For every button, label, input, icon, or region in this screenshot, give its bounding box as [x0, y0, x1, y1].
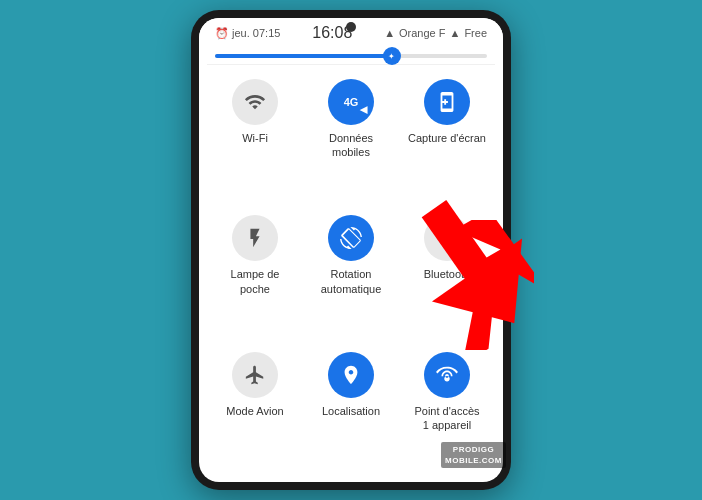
screenshot-icon-circle — [424, 79, 470, 125]
carrier-info: ▲ Orange F ▲ Free — [384, 27, 487, 39]
brightness-fill — [215, 54, 392, 58]
flashlight-label: Lampe depoche — [231, 267, 280, 296]
hotspot-icon-circle — [424, 352, 470, 398]
watermark-line1: PRODIGG — [445, 444, 502, 455]
mobile-data-icon-circle: 4G ◂ — [328, 79, 374, 125]
signal-icon-2: ▲ — [449, 27, 460, 39]
watermark-line2: MOBILE.COM — [445, 455, 502, 466]
qs-mobile-data[interactable]: 4G ◂ Donnéesmobiles — [303, 69, 399, 205]
watermark: PRODIGG MOBILE.COM — [441, 442, 506, 468]
location-icon-circle — [328, 352, 374, 398]
qs-rotation[interactable]: Rotationautomatique — [303, 205, 399, 341]
location-label: Localisation — [322, 404, 380, 418]
mobile-data-label: Donnéesmobiles — [329, 131, 373, 160]
time-display: 16:08 — [280, 24, 384, 42]
alarm-time: jeu. 07:15 — [232, 27, 280, 39]
carrier2: Free — [464, 27, 487, 39]
quick-settings-grid: Wi-Fi 4G ◂ Donnéesmobiles — [199, 65, 503, 482]
brightness-thumb[interactable] — [383, 47, 401, 65]
bluetooth-label: Bluetooth — [424, 267, 470, 281]
qs-bluetooth[interactable]: Bluetooth — [399, 205, 495, 341]
screenshot-label: Capture d'écran — [408, 131, 486, 145]
brightness-track[interactable] — [215, 54, 487, 58]
qs-wifi[interactable]: Wi-Fi — [207, 69, 303, 205]
hotspot-label: Point d'accès1 appareil — [414, 404, 479, 433]
qs-location[interactable]: Localisation — [303, 342, 399, 478]
carrier1: Orange F — [399, 27, 445, 39]
qs-flashlight[interactable]: Lampe depoche — [207, 205, 303, 341]
wifi-label: Wi-Fi — [242, 131, 268, 145]
bluetooth-icon-circle — [424, 215, 470, 261]
airplane-label: Mode Avion — [226, 404, 283, 418]
brightness-control[interactable] — [199, 46, 503, 64]
signal-icon-1: ▲ — [384, 27, 395, 39]
wifi-icon-circle — [232, 79, 278, 125]
flashlight-icon-circle — [232, 215, 278, 261]
rotation-icon-circle — [328, 215, 374, 261]
airplane-icon-circle — [232, 352, 278, 398]
rotation-label: Rotationautomatique — [321, 267, 382, 296]
camera-dot — [346, 22, 356, 32]
qs-screenshot[interactable]: Capture d'écran — [399, 69, 495, 205]
alarm-icon: ⏰ — [215, 27, 229, 39]
qs-airplane[interactable]: Mode Avion — [207, 342, 303, 478]
